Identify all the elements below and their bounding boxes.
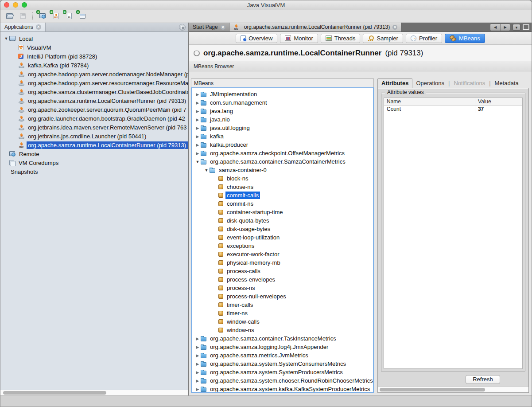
refresh-button[interactable]: Refresh [466, 375, 500, 384]
application-tree-item[interactable]: org.apache.zookeeper.server.quorum.Quoru… [0, 105, 188, 114]
mbean-tree-item[interactable]: executor-work-factor [192, 250, 373, 258]
disclosure-triangle-icon[interactable] [194, 101, 201, 105]
close-window-button[interactable] [4, 2, 9, 8]
application-tree-item[interactable]: org.apache.samza.runtime.LocalContainerR… [0, 141, 188, 149]
forward-arrow-icon[interactable]: ▶ [500, 24, 510, 31]
minimize-panel-button[interactable] [179, 24, 186, 31]
add-snapshot-button[interactable]: + [65, 12, 74, 20]
tab-local-container-runner[interactable]: org.apache.samza.runtime.LocalContainerR… [229, 23, 402, 31]
column-header-name[interactable]: Name [384, 98, 475, 105]
application-tree-item[interactable]: org.apache.hadoop.yarn.server.nodemanage… [0, 70, 188, 78]
mbean-tree-item[interactable]: timer-ns [192, 309, 373, 317]
mbean-tree-item[interactable]: container-startup-time [192, 208, 373, 216]
back-arrow-icon[interactable]: ◀ [490, 24, 500, 31]
tab-operations[interactable]: Operations [412, 79, 448, 88]
disclosure-triangle-icon[interactable] [194, 160, 201, 164]
application-tree-item[interactable]: org.jetbrains.jps.cmdline.Launcher (pid … [0, 132, 188, 141]
mbean-tree-item[interactable]: org.apache.samza.system.SystemConsumersM… [192, 360, 373, 368]
tab-start-page[interactable]: Start Page [189, 23, 229, 31]
mbean-tree-item[interactable]: org.apache.samza.logging.log4j.JmxAppend… [192, 343, 373, 351]
disclosure-triangle-icon[interactable] [194, 126, 201, 130]
mbean-tree-item[interactable]: choose-ns [192, 183, 373, 191]
tab-monitor[interactable]: Monitor [280, 34, 318, 43]
load-snapshot-button[interactable] [5, 12, 14, 20]
disclosure-triangle-icon[interactable] [194, 92, 201, 97]
mbean-tree-item[interactable]: process-calls [192, 267, 373, 275]
mbean-tree-item[interactable]: exceptions [192, 242, 373, 250]
tab-metadata[interactable]: Metadata [491, 79, 522, 88]
application-tree-item[interactable]: org.jetbrains.idea.maven.server.RemoteMa… [0, 123, 188, 132]
mbean-tree-item[interactable]: java.nio [192, 115, 373, 124]
mbean-tree-item[interactable]: physical-memory-mb [192, 258, 373, 267]
tab-attributes[interactable]: Attributes [377, 78, 412, 88]
mbean-tree-item[interactable]: disk-usage-bytes [192, 225, 373, 233]
close-icon[interactable] [221, 25, 225, 30]
disclosure-triangle-icon[interactable] [203, 168, 210, 172]
scrollbar-thumb[interactable] [380, 388, 485, 391]
application-tree-item[interactable]: org.apache.samza.clustermanager.ClusterB… [0, 87, 188, 96]
mbean-tree-item[interactable]: org.apache.samza.system.SystemProducersM… [192, 368, 373, 376]
application-tree-item[interactable]: VM Coredumps [0, 158, 188, 167]
disclosure-triangle-icon[interactable] [194, 370, 201, 375]
mbean-tree-item[interactable]: block-ns [192, 174, 373, 183]
mbean-tree-item[interactable]: kafka [192, 132, 373, 141]
application-tree-item[interactable]: VisualVM [0, 43, 188, 52]
disclosure-triangle-icon[interactable] [194, 362, 201, 366]
disclosure-triangle-icon[interactable] [194, 134, 201, 139]
disclosure-triangle-icon[interactable] [194, 109, 201, 113]
tab-mbeans[interactable]: MBeans [445, 34, 485, 43]
mbean-tree-item[interactable]: samza-container-0 [192, 166, 373, 174]
disclosure-triangle-icon[interactable] [194, 117, 201, 122]
mbean-tree-item[interactable]: kafka.producer [192, 141, 373, 149]
table-row[interactable]: Count 37 [384, 106, 522, 113]
mbean-tree-item[interactable]: com.sun.management [192, 98, 373, 107]
scrollbar-thumb[interactable] [3, 391, 106, 395]
mbean-tree-item[interactable]: org.apache.samza.container.TaskInstanceM… [192, 334, 373, 343]
disclosure-triangle-icon[interactable] [194, 387, 201, 391]
zoom-window-button[interactable] [22, 2, 27, 8]
mbean-tree-item[interactable]: disk-quota-bytes [192, 216, 373, 225]
tab-applications[interactable]: Applications [0, 23, 46, 31]
disclosure-triangle-icon[interactable] [3, 36, 9, 41]
disclosure-triangle-icon[interactable] [194, 143, 201, 147]
application-tree-item[interactable]: org.apache.hadoop.yarn.server.resourcema… [0, 78, 188, 87]
maximize-icon[interactable] [523, 24, 529, 30]
mbean-tree-item[interactable]: timer-calls [192, 301, 373, 309]
application-tree-item[interactable]: Snapshots [0, 167, 188, 176]
application-tree-item[interactable]: kafka.Kafka (pid 78784) [0, 61, 188, 70]
attributes-hscrollbar[interactable] [378, 386, 528, 392]
mbean-tree-item[interactable]: JMImplementation [192, 90, 373, 98]
disclosure-triangle-icon[interactable] [194, 337, 201, 341]
tab-profiler[interactable]: Profiler [406, 34, 442, 43]
application-tree-item[interactable]: IntelliJ Platform (pid 38728) [0, 52, 188, 61]
add-jmx-connection-button[interactable]: + [51, 12, 60, 20]
disclosure-triangle-icon[interactable] [194, 379, 201, 383]
close-icon[interactable] [392, 25, 397, 30]
tab-threads[interactable]: Threads [321, 34, 361, 43]
application-tree-item[interactable]: org.gradle.launcher.daemon.bootstrap.Gra… [0, 114, 188, 123]
mbean-tree-item[interactable]: commit-ns [192, 200, 373, 208]
application-tree-item[interactable]: Local [0, 34, 188, 43]
tab-list-icon[interactable]: ▼ [513, 24, 520, 31]
applications-hscrollbar[interactable] [0, 390, 188, 395]
mbean-tree-item[interactable]: event-loop-utilization [192, 233, 373, 242]
application-tree-item[interactable]: org.apache.samza.runtime.LocalContainerR… [0, 96, 188, 105]
disclosure-triangle-icon[interactable] [194, 353, 201, 358]
mbean-tree-item[interactable]: process-envelopes [192, 275, 373, 284]
disclosure-triangle-icon[interactable] [194, 345, 201, 349]
application-tree-item[interactable]: Remote [0, 149, 188, 158]
mbean-tree-item[interactable]: process-ns [192, 284, 373, 292]
close-icon[interactable] [36, 24, 41, 30]
add-remote-host-button[interactable]: + [38, 12, 47, 20]
mbean-tree-item[interactable]: commit-calls [192, 191, 373, 200]
disclosure-triangle-icon[interactable] [194, 151, 201, 156]
tab-sampler[interactable]: Sampler [363, 34, 403, 43]
mbean-tree-item[interactable]: org.apache.samza.metrics.JvmMetrics [192, 351, 373, 360]
mbean-tree-item[interactable]: org.apache.samza.system.chooser.RoundRob… [192, 376, 373, 385]
mbean-tree-item[interactable]: window-calls [192, 317, 373, 326]
mbean-tree-item[interactable]: process-null-envelopes [192, 292, 373, 301]
column-header-value[interactable]: Value [475, 98, 522, 105]
mbean-tree-item[interactable]: java.lang [192, 107, 373, 115]
mbean-tree-item[interactable]: window-ns [192, 326, 373, 334]
mbean-tree-item[interactable]: java.util.logging [192, 124, 373, 132]
